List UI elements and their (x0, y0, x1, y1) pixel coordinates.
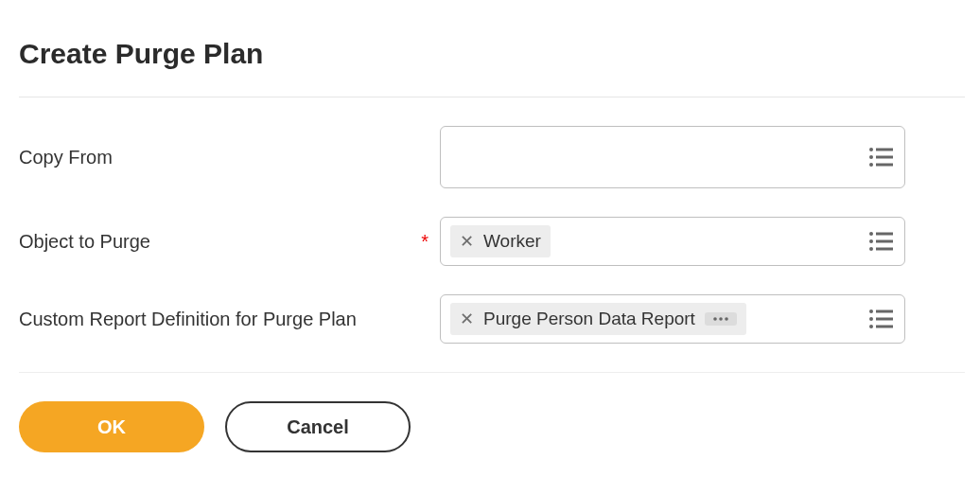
svg-point-14 (725, 317, 728, 321)
list-icon[interactable] (868, 309, 895, 329)
input-col (440, 126, 905, 188)
custom-report-picker[interactable]: ✕ Purge Person Data Report (440, 294, 905, 344)
object-to-purge-picker[interactable]: ✕ Worker (440, 217, 905, 266)
header-divider (19, 97, 965, 97)
chip-purge-report: ✕ Purge Person Data Report (450, 303, 746, 335)
svg-rect-5 (876, 164, 893, 167)
label-custom-report: Custom Report Definition for Purge Plan (19, 309, 440, 330)
svg-rect-16 (876, 310, 893, 313)
label-text: Object to Purge (19, 231, 150, 253)
svg-point-19 (869, 325, 873, 328)
label-object-to-purge: Object to Purge * (19, 231, 440, 253)
svg-point-2 (869, 155, 873, 159)
remove-chip-icon[interactable]: ✕ (460, 309, 474, 329)
input-col: ✕ Purge Person Data Report (440, 294, 905, 344)
svg-point-4 (869, 163, 873, 167)
label-text: Custom Report Definition for Purge Plan (19, 309, 357, 330)
svg-point-0 (869, 148, 873, 151)
form-divider (19, 372, 965, 373)
more-options-icon[interactable] (705, 312, 737, 326)
svg-rect-18 (876, 318, 893, 321)
svg-rect-1 (876, 149, 893, 151)
dialog-actions: OK Cancel (19, 401, 965, 452)
svg-point-15 (869, 309, 873, 313)
svg-rect-11 (876, 248, 893, 251)
field-row-custom-report: Custom Report Definition for Purge Plan … (19, 294, 965, 344)
label-copy-from: Copy From (19, 147, 440, 168)
svg-point-10 (869, 247, 873, 251)
page-title: Create Purge Plan (19, 38, 965, 70)
svg-rect-20 (876, 326, 893, 328)
chip-area: ✕ Purge Person Data Report (450, 303, 861, 335)
copy-from-picker[interactable] (440, 126, 905, 188)
field-row-object-to-purge: Object to Purge * ✕ Worker (19, 217, 965, 266)
svg-rect-9 (876, 240, 893, 243)
svg-point-8 (869, 239, 873, 243)
create-purge-plan-dialog: Create Purge Plan Copy From Object to Pu (19, 38, 965, 452)
chip-area: ✕ Worker (450, 225, 861, 257)
svg-point-6 (869, 232, 873, 236)
field-row-copy-from: Copy From (19, 126, 965, 188)
chip-label: Purge Person Data Report (483, 309, 695, 329)
remove-chip-icon[interactable]: ✕ (460, 231, 474, 252)
svg-point-17 (869, 317, 873, 321)
label-text: Copy From (19, 147, 113, 168)
svg-rect-3 (876, 156, 893, 159)
required-indicator: * (421, 231, 429, 253)
svg-point-13 (719, 317, 723, 321)
input-col: ✕ Worker (440, 217, 905, 266)
svg-point-12 (713, 317, 717, 321)
list-icon[interactable] (868, 231, 895, 252)
chip-worker: ✕ Worker (450, 225, 551, 257)
ok-button[interactable]: OK (19, 401, 204, 452)
cancel-button[interactable]: Cancel (225, 401, 411, 452)
list-icon[interactable] (868, 147, 895, 168)
svg-rect-7 (876, 233, 893, 236)
chip-label: Worker (483, 231, 541, 252)
